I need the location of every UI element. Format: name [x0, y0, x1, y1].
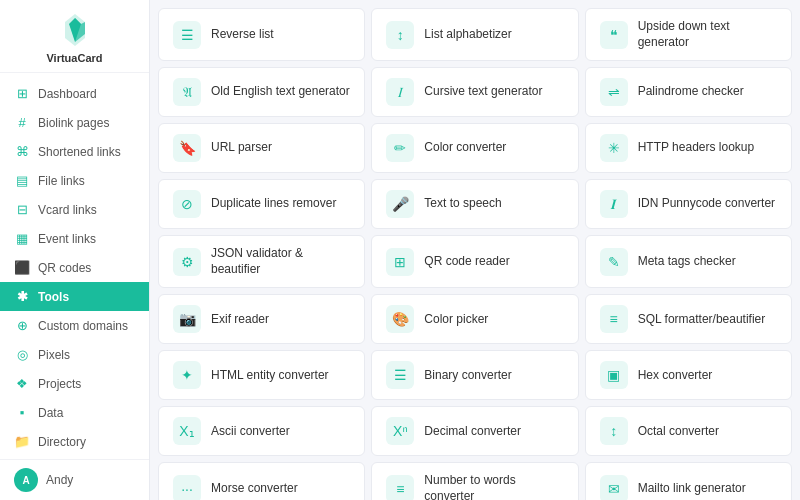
sidebar-item-label: Projects — [38, 377, 81, 391]
biolink-icon: # — [14, 115, 30, 130]
mailto-icon: ✉ — [600, 475, 628, 500]
tool-card-text-to-speech[interactable]: 🎤Text to speech — [371, 179, 578, 229]
sidebar-item-tools[interactable]: ✱ Tools — [0, 282, 149, 311]
decimal-converter-label: Decimal converter — [424, 424, 521, 440]
sidebar-item-label: Vcard links — [38, 203, 97, 217]
color-picker-icon: 🎨 — [386, 305, 414, 333]
color-picker-label: Color picker — [424, 312, 488, 328]
color-converter-label: Color converter — [424, 140, 506, 156]
morse-label: Morse converter — [211, 481, 298, 497]
tool-card-url-parser[interactable]: 🔖URL parser — [158, 123, 365, 173]
tool-card-binary-converter[interactable]: ☰Binary converter — [371, 350, 578, 400]
logo-icon — [57, 12, 93, 48]
upside-down-icon: ❝ — [600, 21, 628, 49]
sidebar-item-dashboard[interactable]: ⊞ Dashboard — [0, 79, 149, 108]
sidebar-item-event[interactable]: ▦ Event links — [0, 224, 149, 253]
sidebar-item-data[interactable]: ▪ Data — [0, 398, 149, 427]
tool-card-color-picker[interactable]: 🎨Color picker — [371, 294, 578, 344]
number-to-words-label: Number to words converter — [424, 473, 563, 500]
tool-card-color-converter[interactable]: ✏Color converter — [371, 123, 578, 173]
pixels-icon: ◎ — [14, 347, 30, 362]
sidebar-item-label: Dashboard — [38, 87, 97, 101]
sidebar-item-vcard[interactable]: ⊟ Vcard links — [0, 195, 149, 224]
json-validator-icon: ⚙ — [173, 248, 201, 276]
sidebar-item-label: Biolink pages — [38, 116, 109, 130]
tool-card-sql-formatter[interactable]: ≡SQL formatter/beautifier — [585, 294, 792, 344]
sidebar-item-label: Event links — [38, 232, 96, 246]
sidebar-logo: VirtuaCard — [0, 0, 149, 73]
mailto-label: Mailto link generator — [638, 481, 746, 497]
sidebar-item-pixels[interactable]: ◎ Pixels — [0, 340, 149, 369]
tool-card-upside-down[interactable]: ❝Upside down text generator — [585, 8, 792, 61]
sidebar-item-domains[interactable]: ⊕ Custom domains — [0, 311, 149, 340]
logo-text: VirtuaCard — [46, 52, 102, 64]
tool-card-old-english[interactable]: 𝔄Old English text generator — [158, 67, 365, 117]
octal-converter-icon: ↕ — [600, 417, 628, 445]
link-icon: ⌘ — [14, 144, 30, 159]
binary-converter-icon: ☰ — [386, 361, 414, 389]
sidebar-item-label: Pixels — [38, 348, 70, 362]
dashboard-icon: ⊞ — [14, 86, 30, 101]
tool-card-qr-reader[interactable]: ⊞QR code reader — [371, 235, 578, 288]
tool-card-list-alphabetizer[interactable]: ↕List alphabetizer — [371, 8, 578, 61]
number-to-words-icon: ≡ — [386, 475, 414, 500]
tool-card-http-headers[interactable]: ✳HTTP headers lookup — [585, 123, 792, 173]
tool-card-json-validator[interactable]: ⚙JSON validator & beautifier — [158, 235, 365, 288]
sidebar-item-qr[interactable]: ⬛ QR codes — [0, 253, 149, 282]
idn-punycode-icon: 𝑰 — [600, 190, 628, 218]
tool-card-ascii-converter[interactable]: X₁Ascii converter — [158, 406, 365, 456]
tool-card-octal-converter[interactable]: ↕Octal converter — [585, 406, 792, 456]
tool-card-hex-converter[interactable]: ▣Hex converter — [585, 350, 792, 400]
tool-card-decimal-converter[interactable]: XⁿDecimal converter — [371, 406, 578, 456]
sidebar-item-biolink[interactable]: # Biolink pages — [0, 108, 149, 137]
tool-card-number-to-words[interactable]: ≡Number to words converter — [371, 462, 578, 500]
tool-card-html-entity[interactable]: ✦HTML entity converter — [158, 350, 365, 400]
tool-card-cursive[interactable]: 𝐼Cursive text generator — [371, 67, 578, 117]
directory-icon: 📁 — [14, 434, 30, 449]
sidebar-item-file[interactable]: ▤ File links — [0, 166, 149, 195]
text-to-speech-icon: 🎤 — [386, 190, 414, 218]
hex-converter-label: Hex converter — [638, 368, 713, 384]
json-validator-label: JSON validator & beautifier — [211, 246, 350, 277]
palindrome-label: Palindrome checker — [638, 84, 744, 100]
tool-card-morse[interactable]: ···Morse converter — [158, 462, 365, 500]
sidebar-item-label: Tools — [38, 290, 69, 304]
sidebar-item-label: Data — [38, 406, 63, 420]
sidebar-item-shortened[interactable]: ⌘ Shortened links — [0, 137, 149, 166]
tool-card-idn-punycode[interactable]: 𝑰IDN Punnycode converter — [585, 179, 792, 229]
ascii-converter-icon: X₁ — [173, 417, 201, 445]
binary-converter-label: Binary converter — [424, 368, 511, 384]
event-icon: ▦ — [14, 231, 30, 246]
sidebar-item-label: File links — [38, 174, 85, 188]
sidebar-item-label: QR codes — [38, 261, 91, 275]
html-entity-label: HTML entity converter — [211, 368, 329, 384]
tool-card-duplicate-lines[interactable]: ⊘Duplicate lines remover — [158, 179, 365, 229]
text-to-speech-label: Text to speech — [424, 196, 501, 212]
http-headers-label: HTTP headers lookup — [638, 140, 755, 156]
tools-grid: ☰Reverse list↕List alphabetizer❝Upside d… — [158, 8, 792, 500]
user-name: Andy — [46, 473, 73, 487]
sidebar-item-projects[interactable]: ❖ Projects — [0, 369, 149, 398]
duplicate-lines-label: Duplicate lines remover — [211, 196, 336, 212]
projects-icon: ❖ — [14, 376, 30, 391]
tool-card-exif-reader[interactable]: 📷Exif reader — [158, 294, 365, 344]
url-parser-label: URL parser — [211, 140, 272, 156]
color-converter-icon: ✏ — [386, 134, 414, 162]
sql-formatter-label: SQL formatter/beautifier — [638, 312, 766, 328]
morse-icon: ··· — [173, 475, 201, 500]
idn-punycode-label: IDN Punnycode converter — [638, 196, 775, 212]
http-headers-icon: ✳ — [600, 134, 628, 162]
sidebar-item-directory[interactable]: 📁 Directory — [0, 427, 149, 456]
exif-reader-label: Exif reader — [211, 312, 269, 328]
decimal-converter-icon: Xⁿ — [386, 417, 414, 445]
avatar: A — [14, 468, 38, 492]
tool-card-reverse-list[interactable]: ☰Reverse list — [158, 8, 365, 61]
sidebar-footer: A Andy — [0, 459, 149, 500]
tool-card-palindrome[interactable]: ⇌Palindrome checker — [585, 67, 792, 117]
ascii-converter-label: Ascii converter — [211, 424, 290, 440]
tool-card-mailto[interactable]: ✉Mailto link generator — [585, 462, 792, 500]
data-icon: ▪ — [14, 405, 30, 420]
tool-card-meta-tags[interactable]: ✎Meta tags checker — [585, 235, 792, 288]
reverse-list-icon: ☰ — [173, 21, 201, 49]
sidebar-item-label: Custom domains — [38, 319, 128, 333]
